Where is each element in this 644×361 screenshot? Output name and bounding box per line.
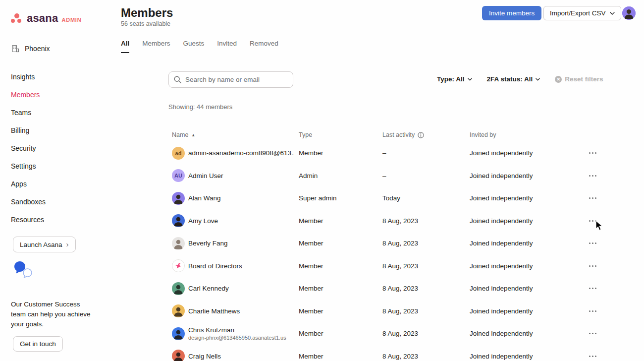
sidebar-item-members[interactable]: Members [0, 86, 115, 104]
member-name-cell[interactable]: admin-asanademo-com8908@613... [188, 149, 299, 157]
table-row: Craig NellsMember8 Aug, 2023Joined indep… [168, 345, 600, 361]
sidebar-item-apps[interactable]: Apps [0, 175, 115, 193]
row-actions-menu[interactable] [581, 152, 600, 154]
photo-avatar [172, 350, 185, 361]
table-row: Beverly FangMember8 Aug, 2023Joined inde… [168, 232, 600, 255]
member-type: Member [299, 353, 382, 360]
photo-avatar [172, 214, 185, 227]
type-filter-label: Type: All [437, 75, 465, 83]
last-activity: – [382, 149, 470, 157]
search-input[interactable] [185, 76, 288, 83]
row-actions-menu[interactable] [581, 220, 600, 222]
filters: Type: All 2FA status: All ✕ Reset filter… [437, 75, 603, 83]
last-activity: 8 Aug, 2023 [382, 353, 470, 360]
reset-filters-button[interactable]: ✕ Reset filters [555, 75, 603, 83]
avatar-cell [168, 327, 188, 340]
sidebar-item-sandboxes[interactable]: Sandboxes [0, 193, 115, 211]
invite-members-label: Invite members [489, 9, 535, 17]
reset-filters-label: Reset filters [565, 75, 603, 83]
invited-by: Joined independently [470, 353, 581, 360]
workspace-name: Phoenix [25, 45, 50, 53]
import-export-csv-button[interactable]: Import/Export CSV [543, 6, 621, 20]
asana-logo: asana ADMIN [11, 12, 81, 25]
member-name-cell[interactable]: Craig Nells [188, 353, 299, 360]
last-activity-header-label: Last activity [382, 131, 415, 138]
member-email: design-phnx@613465950.asanatest1.us [188, 335, 294, 341]
tab-guests[interactable]: Guests [183, 40, 205, 53]
member-name: Charlie Matthews [188, 307, 294, 315]
member-name: Admin User [188, 172, 294, 180]
table-row: Charlie MatthewsMember8 Aug, 2023Joined … [168, 300, 600, 323]
row-actions-menu[interactable] [581, 310, 600, 312]
row-actions-menu[interactable] [581, 242, 600, 244]
row-actions-menu[interactable] [581, 356, 600, 357]
type-filter[interactable]: Type: All [437, 75, 472, 83]
last-activity: Today [382, 194, 470, 202]
sidebar-item-insights[interactable]: Insights [0, 68, 115, 86]
member-name-cell[interactable]: Charlie Matthews [188, 307, 299, 315]
member-type: Member [299, 262, 382, 270]
avatar-cell [168, 282, 188, 295]
x-circle-icon: ✕ [555, 76, 562, 83]
member-name: Craig Nells [188, 353, 294, 360]
sidebar-item-billing[interactable]: Billing [0, 121, 115, 139]
row-actions-menu[interactable] [581, 333, 600, 334]
invited-by: Joined independently [470, 307, 581, 315]
search-icon [174, 76, 181, 83]
chevron-down-icon [610, 12, 615, 15]
2fa-status-filter[interactable]: 2FA status: All [487, 75, 540, 83]
sidebar-item-resources[interactable]: Resources [0, 211, 115, 229]
avatar-cell [168, 304, 188, 317]
sidebar-item-settings[interactable]: Settings [0, 157, 115, 175]
member-name: admin-asanademo-com8908@613... [188, 149, 294, 157]
row-actions-menu[interactable] [581, 197, 600, 199]
table-row: Amy LoveMember8 Aug, 2023Joined independ… [168, 210, 600, 233]
column-header-name[interactable]: Name ▲ [168, 131, 299, 138]
chevron-down-icon [536, 78, 540, 81]
2fa-filter-label: 2FA status: All [487, 75, 533, 83]
member-name-cell[interactable]: Chris Krutzmandesign-phnx@613465950.asan… [188, 326, 299, 341]
column-header-type[interactable]: Type [299, 131, 382, 138]
org-logo-avatar [172, 259, 185, 272]
tab-invited[interactable]: Invited [217, 40, 237, 53]
row-actions-menu[interactable] [581, 288, 600, 289]
invite-members-button[interactable]: Invite members [482, 6, 541, 20]
launch-asana-button[interactable]: Launch Asana › [13, 237, 76, 252]
invited-by: Joined independently [470, 217, 581, 225]
column-header-last-activity[interactable]: Last activity [382, 131, 470, 138]
sidebar-item-teams[interactable]: Teams [0, 104, 115, 121]
member-name-cell[interactable]: Beverly Fang [188, 240, 299, 247]
member-name-cell[interactable]: Board of Directors [188, 262, 299, 270]
member-name: Amy Love [188, 217, 294, 225]
member-name-cell[interactable]: Admin User [188, 172, 299, 180]
avatar-cell [168, 237, 188, 250]
member-name: Beverly Fang [188, 240, 294, 247]
members-table: Name ▲ Type Last activity Invited by ada… [168, 128, 600, 361]
avatar-cell [168, 192, 188, 205]
row-actions-menu[interactable] [581, 175, 600, 177]
chat-bubbles-icon [12, 259, 37, 287]
member-name-cell[interactable]: Amy Love [188, 217, 299, 225]
row-actions-menu[interactable] [581, 265, 600, 267]
invited-by: Joined independently [470, 262, 581, 270]
workspace-selector[interactable]: Phoenix [11, 44, 50, 53]
tab-all[interactable]: All [121, 40, 129, 53]
table-row: AUAdmin UserAdmin–Joined independently [168, 165, 600, 187]
last-activity: – [382, 172, 470, 180]
member-name-cell[interactable]: Carl Kennedy [188, 285, 299, 292]
sort-ascending-icon: ▲ [191, 133, 195, 137]
photo-avatar [172, 304, 185, 317]
user-avatar[interactable] [622, 6, 636, 20]
showing-count: Showing: 44 members [168, 103, 232, 111]
asana-logo-text: asana [27, 12, 58, 25]
sidebar-item-security[interactable]: Security [0, 139, 115, 157]
tab-members[interactable]: Members [142, 40, 170, 53]
tab-removed[interactable]: Removed [250, 40, 278, 53]
column-header-invited-by[interactable]: Invited by [470, 131, 581, 138]
chevron-right-icon: › [66, 241, 69, 248]
photo-avatar [172, 282, 185, 295]
member-name-cell[interactable]: Alan Wang [188, 194, 299, 202]
avatar-cell: ad [168, 147, 188, 160]
get-in-touch-button[interactable]: Get in touch [13, 336, 63, 352]
customer-success-text: Our Customer Success team can help you a… [11, 300, 94, 329]
